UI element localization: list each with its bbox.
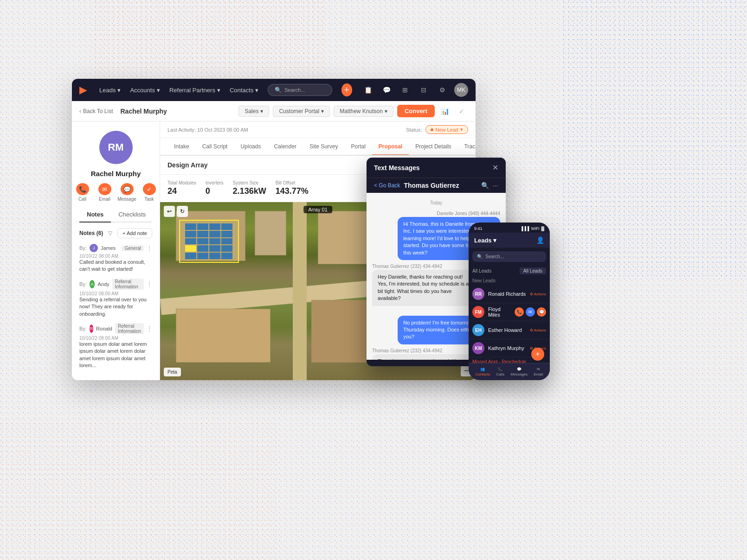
page-tabs: Intake Call Script Uploads Calender Site… (160, 138, 476, 156)
user-avatar[interactable]: MK (454, 83, 468, 97)
mobile-search-icon: 🔍 (477, 254, 483, 259)
checklists-tab[interactable]: Checklists (111, 207, 153, 222)
map-building-4 (311, 300, 374, 362)
stat-offset-value: 143.77% (276, 186, 309, 196)
app-logo[interactable]: ▶ (79, 84, 86, 95)
tm-back-link[interactable]: < Go Back (374, 182, 400, 189)
check-icon[interactable]: ✓ (455, 105, 468, 118)
tab-portal[interactable]: Portal (344, 139, 372, 155)
last-activity-text: Last Activity: 10 Oct 2023 08:00 AM (167, 127, 248, 133)
notes-filter-icon[interactable]: ▽ (108, 230, 112, 236)
nav-settings-icon[interactable]: ⚙ (436, 83, 449, 96)
tab-tracker[interactable]: Tracker (458, 139, 476, 155)
tab-call-script[interactable]: Call Script (196, 139, 234, 155)
agent-label: Matthew Knutson (340, 108, 383, 115)
agent-chevron: ▾ (385, 108, 387, 115)
stat-modules-label: Total Modules (167, 180, 196, 185)
nav-search[interactable]: 🔍 Search... (268, 84, 332, 96)
note-more-2[interactable]: ⋮ (147, 325, 152, 332)
convert-button[interactable]: Convert (397, 105, 435, 117)
customer-portal-label: Customer Portal (279, 108, 319, 115)
tm-more-icon[interactable]: ··· (493, 182, 498, 189)
chart-icon[interactable]: 📊 (438, 105, 451, 118)
contact-action-buttons: 📞 Call ✉ Email 💬 Message ✓ Task (73, 183, 159, 202)
map-redo-button[interactable]: ↻ (177, 206, 188, 217)
mobile-lead-1[interactable]: FM Floyd Miles 📞 ✉ 💬 (469, 303, 550, 321)
email-button[interactable]: ✉ Email (96, 183, 114, 202)
mobile-tab-email[interactable]: ✉ Email (534, 367, 543, 376)
lead-actions-label-0[interactable]: ⚙ Actions (530, 292, 546, 296)
lead-msg-btn-1[interactable]: 💬 (537, 307, 546, 317)
lead-actions-label-2[interactable]: ⚙ Actions (530, 328, 546, 332)
nav-plus-button[interactable]: + (341, 83, 352, 96)
nav-grid-icon[interactable]: ⊞ (399, 83, 412, 96)
note-more-1[interactable]: ⋮ (147, 281, 152, 287)
mobile-nav-title: Leads ▾ (474, 237, 496, 244)
lead-name-2: Esther Howard (488, 327, 526, 333)
call-button[interactable]: 📞 Call (73, 183, 92, 202)
tab-uploads[interactable]: Uploads (234, 139, 267, 155)
lead-call-btn-1[interactable]: 📞 (515, 307, 524, 317)
nav-layout-icon[interactable]: ⊟ (417, 83, 430, 96)
tm-close-icon[interactable]: ✕ (492, 163, 498, 172)
nav-referral-partners[interactable]: Referral Partners ▾ (169, 87, 220, 94)
nav-leads[interactable]: Leads ▾ (99, 87, 121, 94)
add-note-button[interactable]: + Add note (117, 228, 152, 238)
tm-search-icon[interactable]: 🔍 (481, 182, 489, 189)
mobile-tab-calls[interactable]: 📞 Calls (496, 367, 505, 376)
mobile-filter-dropdown[interactable]: All Leads (520, 267, 546, 274)
stat-size-value: 2.136kW (233, 186, 266, 196)
mobile-status-icons: ▐▐▐ WiFi ▓ (520, 226, 544, 231)
tab-calender[interactable]: Calender (267, 139, 303, 155)
mobile-lead-0[interactable]: RR Ronald Richards ⚙ Actions (469, 285, 550, 303)
tab-proposal[interactable]: Proposal (372, 139, 409, 155)
email-icon: ✉ (98, 183, 111, 195)
lead-email-btn-1[interactable]: ✉ (526, 307, 535, 317)
contact-full-name: Rachel Murphy (91, 170, 141, 178)
back-to-list-link[interactable]: ‹ Back To List (79, 108, 113, 115)
notes-tab[interactable]: Notes (79, 207, 111, 223)
top-nav: ▶ Leads ▾ Accounts ▾ Referral Partners ▾… (72, 79, 476, 101)
left-sidebar: RM Rachel Murphy 📞 Call ✉ Email 💬 Messag… (72, 121, 160, 380)
lead-name-3: Kathryn Murphy (488, 345, 526, 351)
map-array-label: Array 01 (303, 206, 332, 213)
tab-project-details[interactable]: Project Details (409, 139, 457, 155)
message-button[interactable]: 💬 Message (118, 183, 136, 202)
note-more-0[interactable]: ⋮ (147, 245, 152, 251)
agent-tab[interactable]: Matthew Knutson ▾ (334, 106, 393, 117)
notes-list: By: J James General ⋮ 10/10/22 08:00 AM … (79, 244, 152, 371)
task-button[interactable]: ✓ Task (140, 183, 159, 202)
note-author-0: James (101, 245, 116, 251)
mobile-tab-contacts[interactable]: 👥 Contacts (476, 367, 490, 376)
lead-info-1: Floyd Miles (488, 306, 511, 318)
nav-documents-icon[interactable]: 📋 (361, 83, 374, 96)
sales-tab[interactable]: Sales ▾ (238, 106, 269, 117)
mobile-search[interactable]: 🔍 Search... (472, 251, 546, 262)
calls-icon: 📞 (498, 367, 502, 371)
mobile-user-avatar[interactable]: 👤 (536, 236, 544, 244)
note-text-0: Called and booked a consult, can't wait … (79, 259, 152, 273)
note-by-label-2: By: (79, 326, 87, 331)
nav-chat-icon[interactable]: 💬 (380, 83, 393, 96)
activity-bar: Last Activity: 10 Oct 2023 08:00 AM Stat… (160, 121, 476, 138)
nav-accounts[interactable]: Accounts ▾ (130, 87, 160, 94)
mobile-lead-2[interactable]: EH Esther Howard ⚙ Actions (469, 321, 550, 339)
mobile-status-bar: 9:41 ▐▐▐ WiFi ▓ (469, 223, 550, 233)
map-undo-button[interactable]: ↩ (164, 206, 175, 217)
nav-referral-chevron: ▾ (217, 87, 220, 94)
mobile-app: 9:41 ▐▐▐ WiFi ▓ Leads ▾ 👤 🔍 Search... Al… (469, 223, 550, 380)
tm-sender-0: Danielle Jones (949) 444-4444 (437, 211, 500, 216)
mobile-tab-messages[interactable]: 💬 Messages (511, 367, 528, 376)
tab-site-survey[interactable]: Site Survey (303, 139, 344, 155)
status-badge[interactable]: New Lead ▾ (425, 125, 468, 134)
customer-portal-tab[interactable]: Customer Portal ▾ (273, 106, 330, 117)
nav-contacts[interactable]: Contacts ▾ (230, 87, 258, 94)
contact-name-header: Rachel Murphy (120, 108, 167, 115)
tm-bubble-1: Hey Danielle, thanks for reaching out! Y… (372, 270, 475, 306)
mobile-filter-row: All Leads All Leads (469, 266, 550, 276)
tab-intake[interactable]: Intake (167, 139, 196, 155)
mobile-fab-button[interactable]: + (531, 348, 544, 361)
call-icon: 📞 (76, 183, 89, 195)
note-tag-0: General (122, 245, 144, 251)
note-by-label: By: (79, 245, 87, 251)
